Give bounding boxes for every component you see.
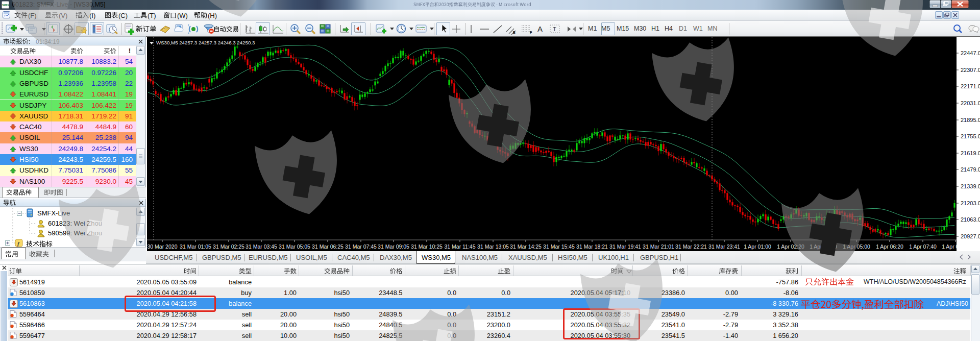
svg-text:1 Apr 02:20: 1 Apr 02:20 [777,243,804,250]
svg-text:31 Mar 21:01: 31 Mar 21:01 [643,243,674,250]
svg-text:31 Mar 09:05: 31 Mar 09:05 [378,243,409,250]
svg-text:22307.0: 22307.0 [961,67,980,73]
svg-text:31 Mar 05:05: 31 Mar 05:05 [279,243,310,250]
svg-text:31 Mar 10:25: 31 Mar 10:25 [411,243,443,250]
svg-text:31 Mar 06:25: 31 Mar 06:25 [312,243,344,250]
svg-text:31 Mar 03:45: 31 Mar 03:45 [246,243,277,250]
svg-text:21619.0: 21619.0 [961,150,980,156]
svg-text:22171.0: 22171.0 [961,83,980,89]
svg-text:E: E [513,31,516,34]
svg-text:31 Mar 11:45: 31 Mar 11:45 [444,243,475,250]
svg-text:1 Apr 07:40: 1 Apr 07:40 [909,243,937,250]
svg-text:31 Mar 13:05: 31 Mar 13:05 [477,243,509,250]
svg-text:21339.0: 21339.0 [961,183,980,189]
svg-text:31 Mar 07:45: 31 Mar 07:45 [345,243,377,250]
svg-text:21203.0: 21203.0 [961,200,980,206]
svg-text:22447.0: 22447.0 [961,50,980,56]
svg-text:21895.0: 21895.0 [961,117,980,123]
svg-text:WS30,M5 24257.3 24257.3 24246: WS30,M5 24257.3 24257.3 24246.3 24250.3 [156,40,255,45]
svg-text:20927.0: 20927.0 [961,233,980,239]
svg-text:21063.0: 21063.0 [961,216,980,223]
svg-text:1 Apr 06:20: 1 Apr 06:20 [876,243,903,250]
svg-text:31 Mar 22:21: 31 Mar 22:21 [675,243,707,250]
svg-text:31 Mar 18:21: 31 Mar 18:21 [576,243,608,250]
svg-text:30 Mar 2020: 30 Mar 2020 [148,243,178,250]
svg-text:F: F [530,31,532,34]
svg-text:31 Mar 19:41: 31 Mar 19:41 [609,243,641,250]
svg-text:1 Apr 05:00: 1 Apr 05:00 [843,243,870,250]
svg-text:22031.0: 22031.0 [961,100,980,106]
svg-text:1 Apr 01:00: 1 Apr 01:00 [744,243,771,250]
svg-text:31 Mar 23:41: 31 Mar 23:41 [708,243,740,250]
svg-text:1 Apr 03:40: 1 Apr 03:40 [810,243,837,250]
svg-text:21479.0: 21479.0 [961,166,980,173]
svg-text:31 Mar 01:05: 31 Mar 01:05 [180,243,211,250]
svg-text:31 Mar 02:25: 31 Mar 02:25 [213,243,244,250]
svg-text:21755.0: 21755.0 [961,133,980,139]
svg-text:31 Mar 15:45: 31 Mar 15:45 [543,243,575,250]
svg-text:T: T [553,26,556,32]
svg-text:31 Mar 14:25: 31 Mar 14:25 [510,243,542,250]
